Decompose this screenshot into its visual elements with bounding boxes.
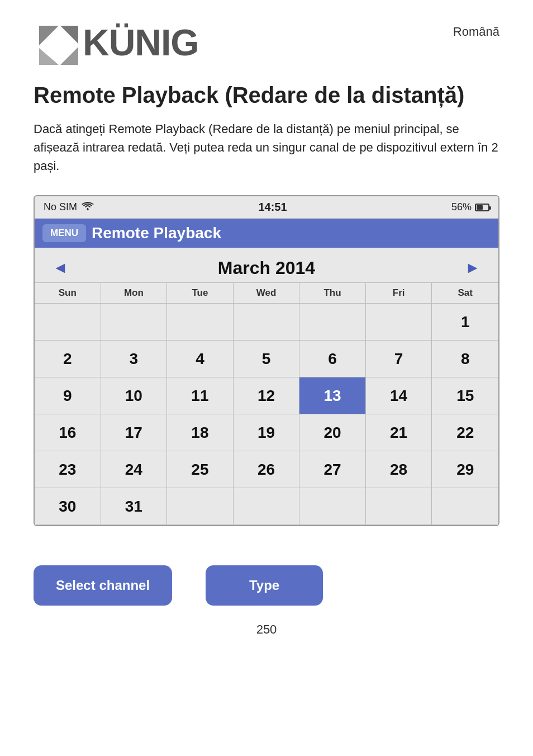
cal-cell-day[interactable]: 28	[366, 451, 432, 488]
day-label-mon: Mon	[101, 283, 168, 303]
cal-cell-empty	[167, 304, 234, 341]
select-channel-button[interactable]: Select channel	[34, 565, 172, 606]
konig-wordmark-text: KÜNIG	[83, 21, 199, 64]
status-left: No SIM	[44, 201, 94, 213]
day-label-sun: Sun	[35, 283, 101, 303]
page-description: Dacă atingeți Remote Playback (Redare de…	[34, 120, 499, 175]
svg-marker-2	[60, 26, 78, 44]
cal-cell-day[interactable]: 2	[35, 341, 101, 377]
cal-cell-day[interactable]: 6	[299, 341, 366, 377]
cal-cell-empty	[299, 488, 366, 525]
cal-cell-empty	[35, 304, 101, 341]
cal-cell-empty	[299, 304, 366, 341]
cal-cell-day[interactable]: 19	[234, 414, 300, 451]
month-title: March 2014	[218, 258, 315, 278]
page-header: KÜNIG Română	[0, 0, 533, 76]
cal-cell-day[interactable]: 16	[35, 414, 101, 451]
cal-cell-day[interactable]: 7	[366, 341, 432, 377]
cal-cell-day[interactable]: 17	[101, 414, 168, 451]
cal-cell-empty	[366, 488, 432, 525]
cal-cell-empty	[366, 304, 432, 341]
cal-cell-day[interactable]: 29	[432, 451, 498, 488]
page-number: 250	[0, 622, 533, 654]
cal-cell-day[interactable]: 25	[167, 451, 234, 488]
cal-cell-day[interactable]: 11	[167, 377, 234, 414]
nav-title: Remote Playback	[92, 224, 221, 242]
next-month-button[interactable]: ►	[458, 257, 487, 279]
cal-cell-day[interactable]: 10	[101, 377, 168, 414]
cal-cell-day[interactable]: 4	[167, 341, 234, 377]
cal-cell-day[interactable]: 8	[432, 341, 498, 377]
svg-marker-1	[39, 48, 59, 65]
cal-cell-day[interactable]: 20	[299, 414, 366, 451]
calendar-grid: 1234567891011121314151617181920212223242…	[35, 303, 498, 525]
cal-cell-day[interactable]: 31	[101, 488, 168, 525]
cal-cell-day[interactable]: 5	[234, 341, 300, 377]
nav-bar: MENU Remote Playback	[35, 219, 498, 248]
cal-cell-day[interactable]: 13	[299, 377, 366, 414]
cal-cell-day[interactable]: 24	[101, 451, 168, 488]
cal-cell-day[interactable]: 21	[366, 414, 432, 451]
day-label-fri: Fri	[366, 283, 432, 303]
prev-month-button[interactable]: ◄	[46, 257, 75, 279]
cal-cell-empty	[167, 488, 234, 525]
carrier-text: No SIM	[44, 201, 77, 213]
konig-logo: KÜNIG	[34, 20, 199, 65]
day-label-wed: Wed	[234, 283, 300, 303]
cal-cell-day[interactable]: 23	[35, 451, 101, 488]
day-labels-row: SunMonTueWedThuFriSat	[35, 282, 498, 303]
cal-cell-empty	[432, 488, 498, 525]
type-button[interactable]: Type	[206, 565, 323, 606]
menu-button[interactable]: MENU	[42, 224, 86, 242]
battery-icon	[475, 204, 489, 211]
status-time: 14:51	[258, 201, 287, 214]
cal-cell-day[interactable]: 15	[432, 377, 498, 414]
phone-mockup: No SIM 14:51 56% MENU Remote Playback	[34, 195, 499, 526]
cal-cell-empty	[101, 304, 168, 341]
cal-cell-day[interactable]: 12	[234, 377, 300, 414]
page-title: Remote Playback (Redare de la distanță)	[34, 82, 499, 108]
cal-cell-empty	[234, 304, 300, 341]
cal-cell-day[interactable]: 14	[366, 377, 432, 414]
logo-icon	[34, 20, 78, 65]
calendar: ◄ March 2014 ► SunMonTueWedThuFriSat 123…	[35, 248, 498, 525]
status-bar: No SIM 14:51 56%	[35, 196, 498, 219]
bottom-buttons-area: Select channel Type	[0, 549, 533, 622]
language-label: Română	[453, 20, 499, 39]
svg-point-4	[87, 209, 89, 210]
cal-cell-day[interactable]: 22	[432, 414, 498, 451]
cal-cell-day[interactable]: 1	[432, 304, 498, 341]
svg-marker-3	[60, 47, 78, 65]
day-label-thu: Thu	[299, 283, 366, 303]
cal-cell-day[interactable]: 9	[35, 377, 101, 414]
day-label-tue: Tue	[167, 283, 234, 303]
cal-cell-empty	[234, 488, 300, 525]
wifi-icon	[82, 202, 94, 213]
cal-cell-day[interactable]: 26	[234, 451, 300, 488]
cal-cell-day[interactable]: 30	[35, 488, 101, 525]
month-header: ◄ March 2014 ►	[35, 248, 498, 282]
day-label-sat: Sat	[432, 283, 498, 303]
cal-cell-day[interactable]: 3	[101, 341, 168, 377]
cal-cell-day[interactable]: 27	[299, 451, 366, 488]
status-right: 56%	[451, 201, 489, 213]
battery-percentage: 56%	[451, 201, 472, 213]
svg-marker-0	[39, 26, 59, 45]
cal-cell-day[interactable]: 18	[167, 414, 234, 451]
